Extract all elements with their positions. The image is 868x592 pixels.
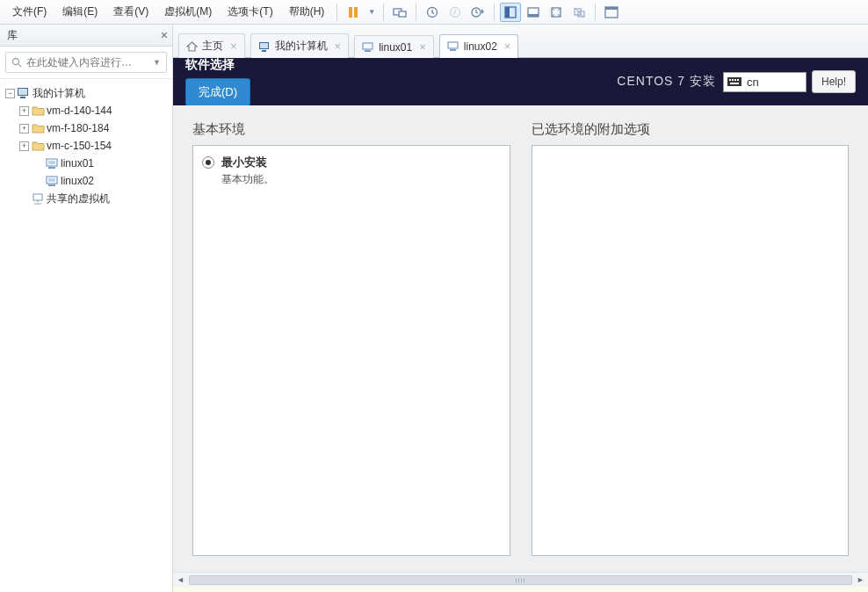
snapshot-button[interactable] xyxy=(422,3,443,22)
folder-icon xyxy=(31,105,45,117)
tree-vm-linux02[interactable]: linux02 xyxy=(2,172,170,190)
home-icon xyxy=(186,41,198,52)
installer-page-title: 软件选择 xyxy=(185,58,250,73)
svg-rect-30 xyxy=(260,43,268,48)
tree-vm-linux01[interactable]: linux01 xyxy=(2,155,170,172)
tab-close-button[interactable]: × xyxy=(230,40,237,53)
svg-rect-31 xyxy=(262,50,266,52)
sidebar-close-button[interactable]: × xyxy=(161,28,168,42)
option-desc: 基本功能。 xyxy=(221,172,274,187)
svg-rect-8 xyxy=(505,7,510,18)
tab-label: linux02 xyxy=(464,40,497,53)
tree-label: 我的计算机 xyxy=(33,86,85,101)
tree-folder[interactable]: + vm-c-150-154 xyxy=(2,137,170,155)
scroll-right-button[interactable]: ► xyxy=(853,573,868,588)
tab-linux01[interactable]: linux01 × xyxy=(354,35,434,58)
pause-button[interactable] xyxy=(343,3,364,22)
done-button[interactable]: 完成(D) xyxy=(185,78,250,106)
search-dropdown-icon[interactable]: ▼ xyxy=(153,58,161,67)
expand-icon[interactable]: + xyxy=(19,124,29,134)
menu-file[interactable]: 文件(F) xyxy=(5,1,54,23)
menu-help[interactable]: 帮助(H) xyxy=(282,1,332,23)
svg-rect-0 xyxy=(349,7,352,18)
menu-edit[interactable]: 编辑(E) xyxy=(55,1,105,23)
option-title: 最小安装 xyxy=(221,155,274,170)
svg-rect-41 xyxy=(730,83,739,84)
search-icon xyxy=(11,57,22,68)
tree-label: vm-c-150-154 xyxy=(47,140,112,152)
library-sidebar: 库 × ▼ − 我的计算机 + vm-d-140-144 + xyxy=(0,25,173,592)
scroll-thumb[interactable] xyxy=(189,575,852,585)
unity-icon xyxy=(573,6,585,18)
collapse-icon[interactable]: − xyxy=(5,89,15,98)
tab-label: linux01 xyxy=(379,41,412,54)
console-view-button[interactable] xyxy=(601,3,622,22)
console-icon xyxy=(604,6,618,18)
tab-close-button[interactable]: × xyxy=(504,40,511,53)
base-env-panel: 最小安装 基本功能。 xyxy=(192,145,510,556)
svg-rect-1 xyxy=(354,7,358,18)
env-option-minimal[interactable]: 最小安装 基本功能。 xyxy=(202,155,501,187)
scroll-left-button[interactable]: ◄ xyxy=(173,573,188,588)
library-button[interactable] xyxy=(500,3,521,22)
status-strip xyxy=(173,587,868,592)
installer-body: 基本环境 最小安装 基本功能。 已选环境的附加 xyxy=(173,105,868,572)
sidebar-title: 库 xyxy=(7,28,18,43)
tree-root-my-computer[interactable]: − 我的计算机 xyxy=(2,84,170,102)
tab-close-button[interactable]: × xyxy=(419,40,426,54)
keyboard-selector[interactable]: cn xyxy=(723,72,807,92)
svg-rect-20 xyxy=(18,89,27,95)
vm-icon xyxy=(45,175,59,187)
radio-selected[interactable] xyxy=(202,156,214,169)
clock-icon xyxy=(426,6,438,18)
addons-panel xyxy=(532,145,850,556)
tab-my-computer[interactable]: 我的计算机 × xyxy=(250,33,350,58)
svg-rect-33 xyxy=(365,50,371,52)
base-env-title: 基本环境 xyxy=(192,121,510,138)
tree-shared-vms[interactable]: 共享的虚拟机 xyxy=(2,190,170,207)
main-area: 库 × ▼ − 我的计算机 + vm-d-140-144 + xyxy=(0,25,868,592)
menu-vm[interactable]: 虚拟机(M) xyxy=(157,1,219,23)
svg-rect-28 xyxy=(33,194,42,200)
help-button[interactable]: Help! xyxy=(812,70,856,93)
spacer xyxy=(19,194,29,204)
toolbar-separator xyxy=(416,4,416,21)
send-cad-button[interactable] xyxy=(389,3,410,22)
horizontal-scrollbar[interactable]: ◄ ► xyxy=(173,572,868,587)
menu-bar: 文件(F) 编辑(E) 查看(V) 虚拟机(M) 选项卡(T) 帮助(H) ▼ xyxy=(0,0,868,25)
dropdown-button[interactable]: ▼ xyxy=(365,3,378,22)
unity-button[interactable] xyxy=(568,3,590,22)
toolbar-separator xyxy=(494,4,495,21)
expand-icon[interactable]: + xyxy=(19,106,29,116)
menu-view[interactable]: 查看(V) xyxy=(106,1,156,23)
expand-icon[interactable]: + xyxy=(19,141,29,151)
tab-bar: 主页 × 我的计算机 × linux01 × linux02 × xyxy=(173,25,868,58)
manage-snapshot-button[interactable] xyxy=(467,3,488,22)
svg-rect-39 xyxy=(734,79,736,81)
sidebar-search: ▼ xyxy=(0,47,172,79)
tree-label: 共享的虚拟机 xyxy=(47,191,110,206)
revert-snapshot-button[interactable] xyxy=(445,3,466,22)
sidebar-header: 库 × xyxy=(0,25,172,47)
sidebar-icon xyxy=(504,6,517,18)
svg-rect-10 xyxy=(528,14,539,17)
search-box[interactable]: ▼ xyxy=(5,52,167,73)
menu-tabs[interactable]: 选项卡(T) xyxy=(221,1,279,23)
monitor-icon xyxy=(17,87,31,99)
svg-rect-37 xyxy=(729,79,731,81)
fullscreen-button[interactable] xyxy=(546,3,567,22)
keyboard-icon xyxy=(727,76,741,87)
thumbnail-button[interactable] xyxy=(523,3,544,22)
search-input[interactable] xyxy=(26,56,148,69)
shared-icon xyxy=(31,192,45,205)
spacer xyxy=(33,159,43,169)
clock-manage-icon xyxy=(471,6,485,18)
tab-home[interactable]: 主页 × xyxy=(178,33,245,58)
folder-icon xyxy=(31,122,45,134)
tab-close-button[interactable]: × xyxy=(335,40,342,53)
tree-folder[interactable]: + vm-d-140-144 xyxy=(2,102,170,119)
tree-label: vm-f-180-184 xyxy=(47,122,109,134)
tab-linux02[interactable]: linux02 × xyxy=(439,34,519,58)
tree-folder[interactable]: + vm-f-180-184 xyxy=(2,119,170,137)
thumbnail-icon xyxy=(527,6,539,18)
